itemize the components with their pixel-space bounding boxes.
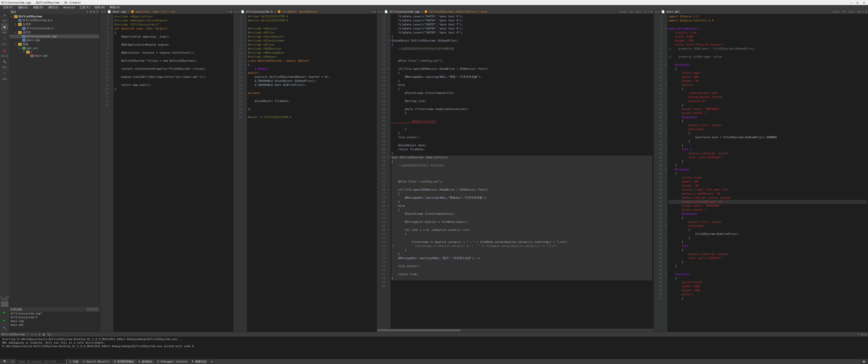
nav-buttons[interactable]: ◄ ► xyxy=(235,10,239,13)
output-tab-bar: DLFileIOSystem ⚡ ◄ ► ▶ ■ 📎 + − ^ ⊟ ✕ xyxy=(0,332,868,337)
open-file-item[interactable]: main.qml xyxy=(9,323,100,327)
tree-item[interactable]: ▾资源 xyxy=(9,42,99,46)
editor-tab[interactable]: ◄ ►📄 main.cpp▾🔶 main(int, char *[]): int… xyxy=(100,9,233,14)
project-header-controls[interactable]: ▾ ⊕ ⊟ ✕ xyxy=(87,10,98,13)
menu-item[interactable]: 工具(T) xyxy=(78,5,92,10)
nav-buttons[interactable]: ◄ ► xyxy=(101,10,106,13)
add-icon[interactable]: + xyxy=(51,333,54,336)
line-info[interactable]: Line: 52, Col: 1 xyxy=(619,10,646,13)
prev-icon[interactable]: ◄ xyxy=(31,333,34,336)
tree-item[interactable]: DLFileIOSystem.pro xyxy=(9,19,99,22)
tree-item[interactable]: ▾DLFileIOSystem xyxy=(9,14,99,19)
close-button[interactable]: ✕ xyxy=(861,0,867,4)
code-area[interactable]: 1314151617181920212223242526272829303132… xyxy=(377,14,653,332)
progress-icon[interactable]: ▦ xyxy=(861,359,867,364)
status-bar: 🔍 □ 1 问题2 Search Results3 应用程序输出4 编译输出5 … xyxy=(0,359,868,364)
status-tab[interactable]: 1 问题 xyxy=(67,359,81,364)
editor-area: ◄ ►📄 main.cpp▾🔶 main(int, char *[]): int… xyxy=(100,9,868,332)
help-mode[interactable]: ? xyxy=(1,70,8,77)
tree-item[interactable]: main.cpp xyxy=(9,38,99,42)
editor-pane: ◄ ►📄 main.cpp▾🔶 main(int, char *[]): int… xyxy=(100,9,233,332)
tree-item[interactable]: ▾头文件 xyxy=(9,22,99,26)
remove-icon[interactable]: − xyxy=(55,333,58,336)
status-tab[interactable]: 6 概要信息 xyxy=(190,359,209,364)
tree-item[interactable]: dlfileiosystem.cpp xyxy=(9,34,99,38)
project-header: 项目 ▾ ⊕ ⊟ ✕ xyxy=(9,9,100,14)
edit-mode[interactable]: ▤ xyxy=(1,23,8,30)
code-area[interactable]: 1234567891011121314151617181920212223242… xyxy=(234,14,377,332)
menu-item[interactable]: Analyze xyxy=(61,5,77,9)
function-selector[interactable]: 🔶 main(int, char *[]): int xyxy=(131,10,176,13)
tree-item[interactable]: main.qml xyxy=(9,54,99,58)
mode-bar: ⊞ 欢迎 ▤ 编辑 ✎ 设计 🐞 Debug 🔧 项目 ? 帮助 DLFi...… xyxy=(0,9,9,332)
editor-pane: ◄ ►📄 main.qmlLine: 47, Col: 33 × ⊞123456… xyxy=(653,9,868,332)
welcome-mode[interactable]: ⊞ xyxy=(1,11,8,19)
next-icon[interactable]: ► xyxy=(35,333,38,336)
tree-item[interactable]: ▾源文件 xyxy=(9,30,99,34)
menu-item[interactable]: 构建(B) xyxy=(31,5,46,10)
function-selector[interactable]: 🔶 fileDate: QJsonObject xyxy=(277,10,318,13)
target-selector[interactable] xyxy=(1,302,8,307)
locator-input[interactable] xyxy=(17,359,67,364)
horizontal-scrollbar[interactable] xyxy=(377,329,653,332)
line-info[interactable]: Line: 47, Col: 33 xyxy=(832,10,861,13)
play-icon[interactable]: ▶ xyxy=(39,333,42,336)
tree-item[interactable]: ▾qml.qrc xyxy=(9,46,99,50)
open-file-item[interactable]: dlfileiosystem.h xyxy=(9,315,100,319)
nav-buttons[interactable]: ◄ ► xyxy=(378,10,383,13)
tab-close[interactable]: × ⊞ xyxy=(862,10,867,13)
project-mode[interactable]: 🔧 xyxy=(1,58,8,65)
code-area[interactable]: 1234567891011121314151617181920212223▸#i… xyxy=(100,14,233,332)
filter-icon[interactable]: ⚡ xyxy=(27,333,30,336)
menubar: 文件(F)编辑(E)构建(B)调试(D)Analyze工具(T)控件(W)帮助(… xyxy=(0,5,868,9)
tab-close[interactable]: × ⊞ xyxy=(648,10,652,13)
design-mode[interactable]: ✎ xyxy=(1,35,8,42)
run-button[interactable]: ▶ xyxy=(1,309,8,316)
editor-tab[interactable]: ◄ ►📄 dlfileiosystem.cpp▾🔶 DLFileIOSystem… xyxy=(377,9,653,14)
project-tree[interactable]: ▾DLFileIOSystem DLFileIOSystem.pro▾头文件 d… xyxy=(9,14,100,307)
open-file-item[interactable]: main.cpp xyxy=(9,319,100,323)
status-tab[interactable]: 2 Search Results xyxy=(81,359,112,364)
status-tab[interactable]: 5 Debugger Console xyxy=(155,359,190,364)
open-docs-controls[interactable] xyxy=(87,308,98,311)
code-area[interactable]: 1234567891011121314151617181920212223242… xyxy=(654,14,868,332)
output-pane: DLFileIOSystem ⚡ ◄ ► ▶ ■ 📎 + − ^ ⊟ ✕ Sta… xyxy=(0,332,868,359)
function-selector[interactable]: 🔶 DLFileIOSystem::DLWriteFile(): bool xyxy=(424,10,488,13)
output-line: D:\WorkSpace\build-DLFileIOSystem-Deskto… xyxy=(2,344,866,348)
debug-mode[interactable]: 🐞 xyxy=(1,47,8,54)
tree-item[interactable]: ▾/ xyxy=(9,50,99,54)
file-name[interactable]: 📄 dlfileiosystem.cpp xyxy=(384,10,420,13)
file-name[interactable]: 📄 dlfileiosystem.h xyxy=(241,10,273,13)
editor-tab[interactable]: ◄ ►📄 main.qmlLine: 47, Col: 33 × ⊞ xyxy=(654,9,868,14)
tab-close[interactable]: × ⊞ xyxy=(227,10,232,13)
open-docs-header: 打开文档 xyxy=(9,307,100,312)
build-button[interactable]: 🔨 xyxy=(1,325,8,332)
menu-item[interactable]: 调试(D) xyxy=(46,5,61,10)
status-tab[interactable]: 3 应用程序输出 xyxy=(112,359,136,364)
minimize-button[interactable]: — xyxy=(848,0,854,4)
nav-buttons[interactable]: ◄ ► xyxy=(655,10,660,13)
status-tab[interactable]: 4 编译输出 xyxy=(136,359,155,364)
file-name[interactable]: 📄 main.cpp xyxy=(107,10,126,13)
tab-close[interactable]: × ⊞ xyxy=(371,10,376,13)
output-controls[interactable]: ⚡ ◄ ► ▶ ■ 📎 + − xyxy=(27,333,58,336)
file-name[interactable]: 📄 main.qml xyxy=(661,10,680,13)
maximize-button[interactable]: □ xyxy=(855,0,861,4)
status-close[interactable]: ✕ xyxy=(209,359,215,364)
attach-icon[interactable]: 📎 xyxy=(47,333,50,336)
output-title: DLFileIOSystem xyxy=(1,333,25,336)
debug-run-button[interactable]: ▶ xyxy=(1,317,8,324)
open-file-item[interactable]: dlfileiosystem.cpp* xyxy=(9,312,100,315)
tree-item[interactable]: dlfileiosystem.h xyxy=(9,26,99,30)
menu-item[interactable]: 文件(F) xyxy=(1,5,16,10)
locator-icon[interactable]: 🔍 xyxy=(1,359,9,364)
open-docs-list[interactable]: dlfileiosystem.cpp*dlfileiosystem.hmain.… xyxy=(9,312,100,332)
locator-toggle[interactable]: □ xyxy=(9,359,16,364)
menu-item[interactable]: 编辑(E) xyxy=(16,5,31,10)
editor-pane: ◄ ►📄 dlfileiosystem.h▾🔶 fileDate: QJsonO… xyxy=(233,9,377,332)
editor-tab[interactable]: ◄ ►📄 dlfileiosystem.h▾🔶 fileDate: QJsonO… xyxy=(234,9,377,14)
menu-item[interactable]: 帮助(H) xyxy=(108,5,122,10)
menu-item[interactable]: 控件(W) xyxy=(93,5,107,10)
stop-icon[interactable]: ■ xyxy=(43,333,46,336)
output-close[interactable]: ^ ⊟ ✕ xyxy=(858,333,867,336)
